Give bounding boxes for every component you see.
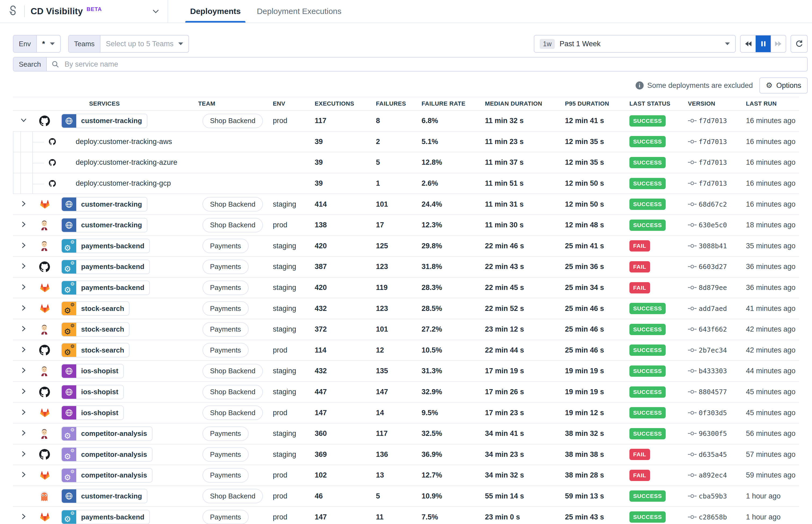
expand-chevron-right-icon[interactable] [20, 429, 27, 439]
chevron-down-icon[interactable] [151, 7, 160, 16]
service-badge[interactable]: ⚙⚙competitor-analysis [61, 447, 153, 462]
env-value: staging [273, 200, 315, 209]
service-badge[interactable]: customer-tracking [61, 197, 148, 212]
product-switcher[interactable]: CD Visibility BETA [0, 0, 168, 22]
team-pill[interactable]: Shop Backend [202, 218, 263, 232]
expand-chevron-right-icon[interactable] [20, 241, 27, 251]
expand-chevron-right-icon[interactable] [20, 262, 27, 272]
team-pill[interactable]: Shop Backend [202, 114, 263, 128]
team-pill[interactable]: Payments [202, 260, 249, 274]
team-pill[interactable]: Payments [202, 301, 249, 316]
status-badge: SUCCESS [629, 136, 666, 147]
col-failure-rate: FAILURE RATE [422, 100, 485, 107]
expand-chevron-right-icon[interactable] [20, 512, 27, 522]
table-row[interactable]: ⚙⚙competitor-analysisPaymentsprod1021312… [13, 465, 799, 486]
service-name: stock-search [76, 323, 129, 336]
env-value: staging [273, 429, 315, 438]
rewind-button[interactable] [741, 35, 756, 52]
team-pill[interactable]: Shop Backend [202, 406, 263, 420]
team-pill[interactable]: Shop Backend [202, 489, 263, 503]
time-range-select[interactable]: 1w Past 1 Week [534, 35, 736, 53]
search-input[interactable] [63, 60, 802, 69]
team-pill[interactable]: Shop Backend [202, 197, 263, 212]
github-icon [34, 382, 56, 402]
col-team: TEAM [198, 100, 273, 107]
service-badge[interactable]: ⚙⚙competitor-analysis [61, 426, 153, 441]
team-pill[interactable]: Payments [202, 426, 249, 441]
service-badge[interactable]: ios-shopist [61, 364, 124, 378]
notice-bar: i Some deployments are excluded ⚙ Option… [13, 77, 808, 94]
table-row[interactable]: ⚙⚙payments-backendPaymentsstaging3871233… [13, 257, 799, 278]
service-badge[interactable]: ⚙⚙payments-backend [61, 280, 150, 295]
env-value: prod [273, 221, 315, 229]
table-row[interactable]: customer-trackingShop Backendprod11786.8… [13, 111, 799, 132]
table-row[interactable]: deploy:customer-tracking-azure39512.8%11… [13, 152, 799, 173]
expand-chevron-right-icon[interactable] [20, 449, 27, 459]
expand-chevron-right-icon[interactable] [20, 283, 27, 293]
search-field[interactable] [47, 58, 807, 71]
service-badge[interactable]: ⚙⚙stock-search [61, 301, 130, 316]
table-row[interactable]: ⚙⚙payments-backendPaymentsstaging4201252… [13, 236, 799, 257]
pipeline-icon [6, 5, 19, 18]
expand-chevron-down-icon[interactable] [20, 116, 27, 126]
expand-chevron-right-icon[interactable] [20, 387, 27, 397]
teams-filter[interactable]: Teams Select up to 5 Teams [68, 35, 189, 53]
table-row[interactable]: ⚙⚙stock-searchPaymentsstaging43212328.5%… [13, 298, 799, 319]
team-pill[interactable]: Payments [202, 468, 249, 482]
service-badge[interactable]: customer-tracking [61, 489, 148, 503]
table-row[interactable]: ⚙⚙competitor-analysisPaymentsstaging3601… [13, 424, 799, 444]
col-services: SERVICES [56, 100, 198, 107]
table-row[interactable]: ios-shopistShop Backendstaging43213531.3… [13, 361, 799, 382]
team-pill[interactable]: Payments [202, 447, 249, 462]
service-badge[interactable]: ⚙⚙payments-backend [61, 260, 150, 274]
team-pill[interactable]: Payments [202, 322, 249, 337]
expand-chevron-right-icon[interactable] [20, 408, 27, 418]
table-row[interactable]: ⚙⚙stock-searchPaymentsprod1141210.5%22 m… [13, 340, 799, 361]
table-row[interactable]: deploy:customer-tracking-aws3925.1%11 mi… [13, 132, 799, 153]
team-pill[interactable]: Payments [202, 343, 249, 357]
team-pill[interactable]: Shop Backend [202, 385, 263, 399]
service-badge[interactable]: ios-shopist [61, 385, 124, 399]
version-value: 2b7ec34 [688, 346, 746, 354]
median-duration-value: 34 min 41 s [485, 429, 565, 438]
team-pill[interactable]: Payments [202, 510, 249, 524]
tab-deployments[interactable]: Deployments [182, 0, 249, 22]
table-row[interactable]: deploy:customer-tracking-gcp3912.6%11 mi… [13, 173, 799, 194]
service-badge[interactable]: ⚙⚙payments-backend [61, 510, 150, 524]
service-badge[interactable]: ⚙⚙stock-search [61, 343, 130, 357]
expand-chevron-right-icon[interactable] [20, 220, 27, 230]
service-badge[interactable]: customer-tracking [61, 114, 148, 128]
table-row[interactable]: ⚙⚙stock-searchPaymentsstaging37210127.2%… [13, 319, 799, 340]
table-row[interactable]: ios-shopistShop Backendprod147149.5%17 m… [13, 403, 799, 424]
table-row[interactable]: customer-trackingShop Backendprod46510.9… [13, 486, 799, 507]
failure-rate-value: 12.8% [422, 158, 485, 167]
refresh-button[interactable] [791, 35, 808, 53]
expand-chevron-right-icon[interactable] [20, 366, 27, 376]
service-badge[interactable]: ⚙⚙competitor-analysis [61, 468, 153, 482]
service-badge[interactable]: ⚙⚙payments-backend [61, 239, 150, 253]
expand-chevron-right-icon[interactable] [20, 304, 27, 314]
service-badge[interactable]: customer-tracking [61, 218, 148, 232]
team-pill[interactable]: Payments [202, 280, 249, 295]
team-pill[interactable]: Payments [202, 239, 249, 253]
service-name: stock-search [76, 302, 129, 315]
table-row[interactable]: ⚙⚙payments-backendPaymentsstaging4201192… [13, 278, 799, 298]
fast-forward-button[interactable] [771, 35, 786, 52]
expand-chevron-right-icon[interactable] [20, 345, 27, 355]
expand-chevron-right-icon[interactable] [20, 199, 27, 209]
table-row[interactable]: ⚙⚙payments-backendPaymentsprod147117.5%2… [13, 507, 799, 524]
tab-deployment-executions[interactable]: Deployment Executions [249, 0, 349, 22]
gitlab-icon [34, 403, 56, 423]
options-button[interactable]: ⚙ Options [759, 77, 808, 94]
service-badge[interactable]: ios-shopist [61, 406, 124, 420]
table-row[interactable]: ios-shopistShop Backendstaging44714732.9… [13, 382, 799, 403]
expand-chevron-right-icon[interactable] [20, 470, 27, 480]
pause-button[interactable] [756, 35, 771, 52]
team-pill[interactable]: Shop Backend [202, 364, 263, 378]
table-row[interactable]: customer-trackingShop Backendstaging4141… [13, 194, 799, 215]
table-row[interactable]: ⚙⚙competitor-analysisPaymentsstaging3691… [13, 444, 799, 465]
service-badge[interactable]: ⚙⚙stock-search [61, 322, 130, 337]
table-row[interactable]: customer-trackingShop Backendprod1381712… [13, 215, 799, 236]
expand-chevron-right-icon[interactable] [20, 324, 27, 334]
env-filter[interactable]: Env * [13, 35, 61, 53]
